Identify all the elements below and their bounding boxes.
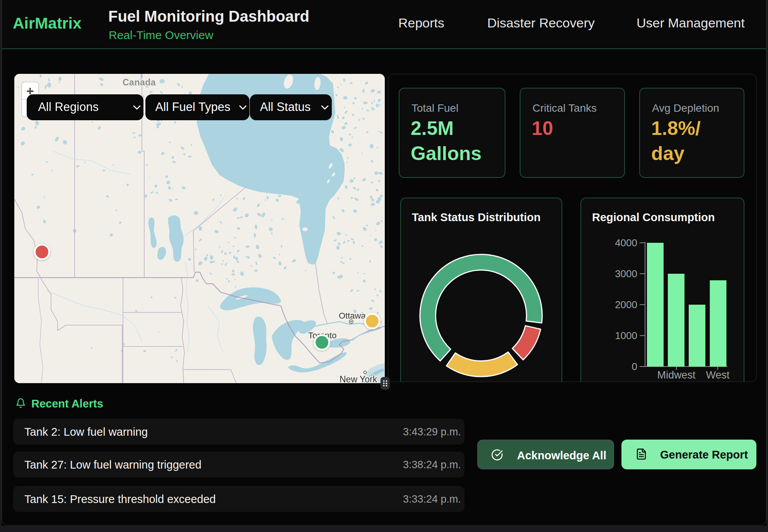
svg-text:West: West bbox=[706, 369, 730, 381]
svg-text:Ottawa: Ottawa bbox=[339, 311, 366, 321]
svg-text:Canada: Canada bbox=[123, 77, 156, 87]
svg-text:1000: 1000 bbox=[615, 330, 637, 341]
svg-text:New York: New York bbox=[340, 374, 377, 383]
svg-text:4000: 4000 bbox=[615, 237, 637, 249]
svg-text:3000: 3000 bbox=[615, 268, 637, 280]
svg-text:Midwest: Midwest bbox=[657, 369, 696, 381]
svg-text:2000: 2000 bbox=[615, 299, 637, 310]
svg-text:0: 0 bbox=[632, 361, 637, 372]
